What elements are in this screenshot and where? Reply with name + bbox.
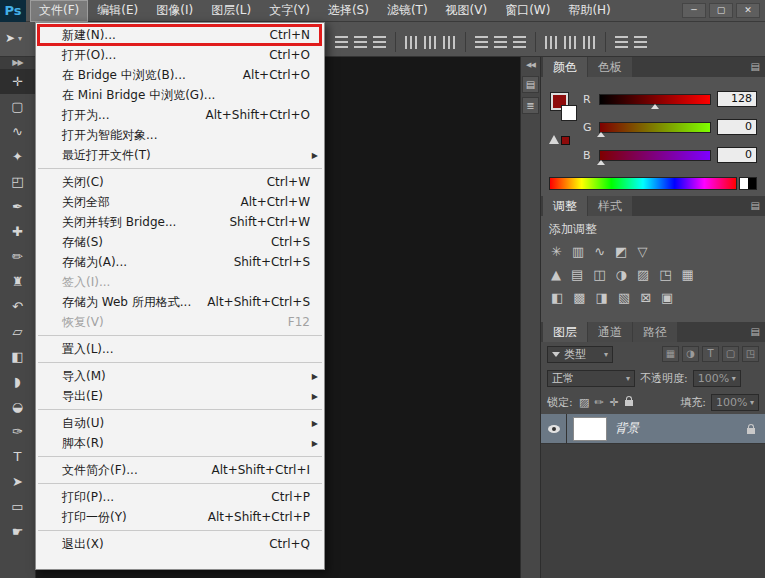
selective-color-icon[interactable]: ⊠ [640, 291, 651, 305]
menu-item-print-one-copy[interactable]: 打印一份(Y)Alt+Shift+Ctrl+P [36, 507, 324, 527]
curves-icon[interactable]: ∿ [594, 245, 605, 259]
horizontal-type-tool[interactable]: T [0, 444, 35, 469]
move-tool[interactable]: ✛ [0, 69, 35, 94]
brush-tool[interactable]: ✏ [0, 244, 35, 269]
3d-mode-icon[interactable] [634, 36, 647, 49]
menubar-item-7[interactable]: 滤镜(T) [378, 0, 437, 22]
distribute-left-edges-icon[interactable] [545, 36, 558, 49]
properties-panel-icon[interactable]: ≣ [522, 97, 539, 114]
current-tool-indicator[interactable]: ➤ ▾ [5, 31, 22, 45]
menu-item-save-as[interactable]: 存储为(A)...Shift+Ctrl+S [36, 252, 324, 272]
color-balance-icon[interactable]: ◫ [593, 268, 605, 282]
spectrum-black-white[interactable] [739, 177, 757, 190]
spot-healing-brush-tool[interactable]: ✚ [0, 219, 35, 244]
menu-item-save[interactable]: 存储(S)Ctrl+S [36, 232, 324, 252]
gamut-warning-icon[interactable] [549, 135, 559, 144]
fill-field[interactable]: 100% ▾ [711, 394, 759, 411]
panel-menu-icon[interactable]: ▤ [751, 326, 760, 338]
menubar-item-3[interactable]: 图像(I) [147, 0, 202, 22]
menu-item-open[interactable]: 打开(O)...Ctrl+O [36, 45, 324, 65]
filter-smart-objects-icon[interactable]: ◳ [742, 346, 759, 362]
gradient-map-icon[interactable]: ▧ [618, 291, 630, 305]
b-slider[interactable] [599, 150, 711, 161]
g-value-field[interactable]: 0 [717, 119, 757, 135]
menubar-item-6[interactable]: 选择(S) [319, 0, 378, 22]
gradient-tool[interactable]: ◧ [0, 344, 35, 369]
menu-item-open-recent[interactable]: 最近打开文件(T)▶ [36, 145, 324, 165]
align-vertical-centers-icon[interactable] [354, 36, 367, 49]
auto-align-layers-icon[interactable] [615, 36, 628, 49]
panel-menu-icon[interactable]: ▤ [751, 200, 760, 212]
tab-channels[interactable]: 通道 [588, 322, 632, 342]
menu-item-place[interactable]: 置入(L)... [36, 339, 324, 359]
threshold-icon[interactable]: ◨ [596, 291, 608, 305]
menubar-item-10[interactable]: 帮助(H) [559, 0, 619, 22]
menu-item-close-all[interactable]: 关闭全部Alt+Ctrl+W [36, 192, 324, 212]
menu-item-save-for-web[interactable]: 存储为 Web 所用格式...Alt+Shift+Ctrl+S [36, 292, 324, 312]
slider-thumb[interactable] [597, 132, 605, 137]
vibrance-icon[interactable]: ▲ [551, 268, 561, 282]
menu-item-new[interactable]: 新建(N)...Ctrl+N [36, 25, 324, 45]
invert-icon[interactable]: ◧ [551, 291, 563, 305]
r-slider[interactable] [599, 94, 711, 105]
slider-thumb[interactable] [651, 104, 659, 109]
eraser-tool[interactable]: ▱ [0, 319, 35, 344]
menu-item-file-info[interactable]: 文件简介(F)...Alt+Shift+Ctrl+I [36, 460, 324, 480]
menu-item-browse-in-bridge[interactable]: 在 Bridge 中浏览(B)...Alt+Ctrl+O [36, 65, 324, 85]
color-lookup-icon[interactable]: ▦ [682, 268, 694, 282]
distribute-vertical-centers-icon[interactable] [494, 36, 507, 49]
distribute-horizontal-centers-icon[interactable] [564, 36, 577, 49]
gamut-color-swatch[interactable] [561, 136, 570, 145]
path-selection-tool[interactable]: ➤ [0, 469, 35, 494]
menu-item-browse-in-mini-bridge[interactable]: 在 Mini Bridge 中浏览(G)... [36, 85, 324, 105]
distribute-top-edges-icon[interactable] [475, 36, 488, 49]
tab-swatches[interactable]: 色板 [588, 57, 632, 77]
history-brush-tool[interactable]: ↶ [0, 294, 35, 319]
mask-icon[interactable]: ▣ [661, 291, 673, 305]
menubar-item-8[interactable]: 视图(V) [437, 0, 497, 22]
tab-layers[interactable]: 图层 [543, 322, 587, 342]
r-value-field[interactable]: 128 [717, 91, 757, 107]
lock-all-icon[interactable] [623, 396, 636, 409]
blend-mode-dropdown[interactable]: 正常 ▾ [547, 370, 635, 387]
opacity-field[interactable]: 100% ▾ [693, 370, 741, 387]
channel-mixer-icon[interactable]: ◳ [659, 268, 671, 282]
menu-item-open-as-smart-object[interactable]: 打开为智能对象... [36, 125, 324, 145]
minimize-button[interactable]: ─ [682, 3, 706, 18]
menubar-item-5[interactable]: 文字(Y) [260, 0, 319, 22]
pen-tool[interactable]: ✑ [0, 419, 35, 444]
lock-transparent-pixels-icon[interactable]: ▨ [578, 396, 591, 409]
filter-shape-layers-icon[interactable]: ▢ [722, 346, 739, 362]
eyedropper-tool[interactable]: ✒ [0, 194, 35, 219]
background-color-swatch[interactable] [561, 105, 577, 121]
blur-tool[interactable]: ◗ [0, 369, 35, 394]
tab-styles[interactable]: 样式 [588, 196, 632, 216]
menu-item-open-as[interactable]: 打开为...Alt+Shift+Ctrl+O [36, 105, 324, 125]
rectangular-marquee-tool[interactable]: ▢ [0, 94, 35, 119]
align-top-edges-icon[interactable] [335, 36, 348, 49]
expand-icon[interactable]: ▽ [637, 245, 647, 259]
photo-filter-icon[interactable]: ▨ [637, 268, 649, 282]
layer-row[interactable]: 背景 [541, 414, 765, 444]
align-right-edges-icon[interactable] [443, 36, 456, 49]
menubar-item-9[interactable]: 窗口(W) [496, 0, 559, 22]
clone-stamp-tool[interactable]: ♜ [0, 269, 35, 294]
align-horizontal-centers-icon[interactable] [424, 36, 437, 49]
layer-filter-dropdown[interactable]: 类型 ▾ [547, 346, 613, 363]
visibility-toggle[interactable] [541, 414, 567, 444]
maximize-button[interactable]: ▢ [709, 3, 733, 18]
hue-saturation-icon[interactable]: ▤ [571, 268, 583, 282]
dodge-tool[interactable]: ◒ [0, 394, 35, 419]
menu-item-scripts[interactable]: 脚本(R)▶ [36, 433, 324, 453]
panel-menu-icon[interactable]: ▤ [751, 61, 760, 73]
filter-adjustment-layers-icon[interactable]: ◑ [682, 346, 699, 362]
distribute-right-edges-icon[interactable] [583, 36, 596, 49]
menu-item-automate[interactable]: 自动(U)▶ [36, 413, 324, 433]
lock-image-pixels-icon[interactable]: ✏ [593, 396, 606, 409]
quick-selection-tool[interactable]: ✦ [0, 144, 35, 169]
menu-item-import[interactable]: 导入(M)▶ [36, 366, 324, 386]
dock-collapse-button[interactable]: ◀◀ [521, 57, 540, 72]
menubar-item-4[interactable]: 图层(L) [202, 0, 260, 22]
menu-item-export[interactable]: 导出(E)▶ [36, 386, 324, 406]
slider-thumb[interactable] [597, 160, 605, 165]
